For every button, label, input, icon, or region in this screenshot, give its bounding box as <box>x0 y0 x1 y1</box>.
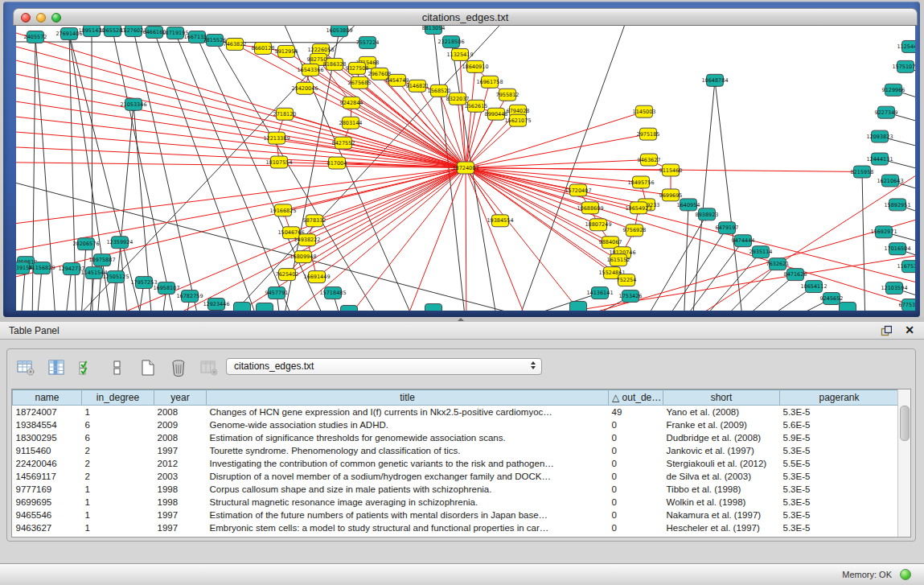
graph-edge[interactable] <box>466 168 641 183</box>
table-cell[interactable]: 1997 <box>154 521 207 534</box>
table-cell[interactable]: 5.3E-5 <box>780 444 899 457</box>
graph-node[interactable]: 7955812 <box>496 89 519 101</box>
graph-node[interactable]: 9463627 <box>638 154 661 166</box>
table-cell[interactable]: 5.3E-5 <box>780 509 899 521</box>
table-cell[interactable]: 9777169 <box>13 483 82 496</box>
table-row[interactable]: 1938455462009Genome-wide association stu… <box>13 418 899 431</box>
graph-edge[interactable] <box>16 130 466 168</box>
table-cell[interactable]: 5.3E-5 <box>780 470 899 483</box>
graph-node[interactable]: 752254 <box>617 274 637 286</box>
graph-node[interactable]: 7557224 <box>356 36 380 48</box>
graph-edge[interactable] <box>133 31 201 311</box>
graph-node[interactable]: 6479197 <box>716 222 739 234</box>
graph-node[interactable]: 10648784 <box>701 74 728 86</box>
graph-node[interactable]: 23218506 <box>437 35 464 47</box>
graph-edge[interactable] <box>466 160 649 168</box>
column-checklist-icon[interactable] <box>76 358 97 377</box>
table-cell[interactable]: 2012 <box>154 457 207 470</box>
table-cell[interactable]: 0 <box>609 431 663 444</box>
table-row[interactable]: 977716911998Corpus callosum shape and si… <box>13 483 899 496</box>
table-cell[interactable]: 0 <box>609 444 663 457</box>
graph-node[interactable]: 11675358 <box>897 261 915 273</box>
graph-node[interactable]: 7625402 <box>276 269 299 281</box>
table-row[interactable]: 911546021997Tourette syndrome. Phenomeno… <box>13 444 899 457</box>
table-cell[interactable]: 1997 <box>154 509 207 521</box>
column-header-title[interactable]: title <box>207 390 609 406</box>
table-cell[interactable]: 5.5E-5 <box>780 457 899 470</box>
graph-node[interactable]: 12093823 <box>866 130 893 142</box>
graph-edge[interactable] <box>317 168 466 278</box>
graph-node[interactable]: 8215958 <box>851 166 874 178</box>
new-table-icon[interactable] <box>138 358 158 377</box>
graph-node[interactable]: 10975887 <box>88 254 115 266</box>
table-cell[interactable]: 0 <box>609 521 663 534</box>
graph-node[interactable]: 15892951 <box>884 199 910 211</box>
table-cell[interactable]: 49 <box>609 406 663 419</box>
graph-node[interactable] <box>341 306 358 311</box>
graph-node[interactable]: 14136141 <box>586 287 613 299</box>
column-header-pagerank[interactable]: pagerank <box>780 390 899 406</box>
table-cell[interactable]: Disruption of a novel member of a sodium… <box>207 470 609 483</box>
graph-edge[interactable] <box>466 168 500 221</box>
table-cell[interactable]: 22420046 <box>13 457 82 470</box>
table-cell[interactable]: Estimation of the future numbers of pati… <box>207 509 609 521</box>
graph-edge[interactable] <box>466 168 915 291</box>
table-cell[interactable]: Structural magnetic resonance image aver… <box>207 496 609 509</box>
table-cell[interactable]: 5.3E-5 <box>780 521 899 534</box>
table-row[interactable]: 1456911722003Disruption of a novel membe… <box>13 470 899 483</box>
graph-node[interactable]: 16210643 <box>877 175 903 187</box>
table-cell[interactable]: 1 <box>82 406 154 419</box>
graph-node[interactable]: 10688609 <box>577 202 603 214</box>
table-cell[interactable]: 2 <box>82 457 154 470</box>
column-header-out_de[interactable]: △ out_de… <box>609 390 663 406</box>
table-cell[interactable]: 5.6E-5 <box>780 418 899 431</box>
graph-edge[interactable] <box>684 204 688 311</box>
table-cell[interactable]: Nakamura et al. (1997) <box>663 509 780 521</box>
column-header-name[interactable]: name <box>13 390 82 406</box>
table-row[interactable]: 2242004622012Investigating the contribut… <box>13 457 899 470</box>
graph-node[interactable]: 8186328 <box>323 58 347 70</box>
table-cell[interactable]: 2 <box>82 444 154 457</box>
graph-node[interactable]: 12103594 <box>881 282 907 295</box>
table-row[interactable]: 1830029562008Estimation of significance … <box>13 431 899 444</box>
graph-node[interactable] <box>840 303 856 311</box>
graph-node[interactable]: 8938923 <box>696 208 719 220</box>
graph-node[interactable]: 7463822 <box>224 38 247 50</box>
graph-node[interactable]: 1145003 <box>633 105 656 117</box>
graph-node[interactable]: 9474444 <box>732 235 755 247</box>
table-cell[interactable]: Wolkin et al. (1998) <box>663 496 780 509</box>
graph-node[interactable] <box>570 302 587 311</box>
graph-node[interactable] <box>425 304 442 311</box>
graph-edge[interactable] <box>730 274 795 311</box>
table-cell[interactable]: 5.3E-5 <box>780 406 899 419</box>
graph-node[interactable]: 12213389 <box>263 132 290 144</box>
graph-edge[interactable] <box>659 228 727 311</box>
table-cell[interactable]: Changes of HCN gene expression and I(f) … <box>207 406 609 419</box>
delete-trash-icon[interactable] <box>168 358 189 377</box>
graph-node[interactable]: 16782759 <box>176 290 203 303</box>
table-cell[interactable]: Dudbridge et al. (2008) <box>663 431 780 444</box>
network-window-titlebar[interactable]: citations_edges.txt <box>13 8 918 26</box>
graph-node[interactable]: 16053809 <box>326 26 352 36</box>
table-row[interactable]: 969969511998Structural magnetic resonanc… <box>13 496 899 509</box>
table-cell[interactable]: Stergiakouli et al. (2012) <box>663 457 780 470</box>
table-cell[interactable]: 19384554 <box>13 418 82 431</box>
table-scrollbar-thumb[interactable] <box>900 406 910 441</box>
table-cell[interactable]: 18724007 <box>13 406 82 419</box>
graph-node[interactable]: 20206576 <box>72 238 99 250</box>
table-cell[interactable]: 9463627 <box>13 521 82 534</box>
table-cell[interactable]: Tibbo et al. (1998) <box>663 483 780 496</box>
select-columns-icon[interactable] <box>46 358 67 377</box>
graph-node[interactable]: 8813054 <box>422 26 446 34</box>
table-cell[interactable]: 0 <box>609 509 663 521</box>
graph-node[interactable]: 18640910 <box>462 60 488 72</box>
graph-edge[interactable] <box>303 168 466 257</box>
graph-node[interactable]: 8471626 <box>784 269 807 281</box>
graph-node[interactable]: 15621075 <box>504 114 531 126</box>
graph-node[interactable]: 9115460 <box>659 164 683 176</box>
table-cell[interactable]: Tourette syndrome. Phenomenology and cla… <box>207 444 609 457</box>
table-cell[interactable]: 5.9E-5 <box>780 431 899 444</box>
graph-edge[interactable] <box>154 32 261 311</box>
graph-edge[interactable] <box>16 40 466 168</box>
graph-edge[interactable] <box>338 168 466 311</box>
